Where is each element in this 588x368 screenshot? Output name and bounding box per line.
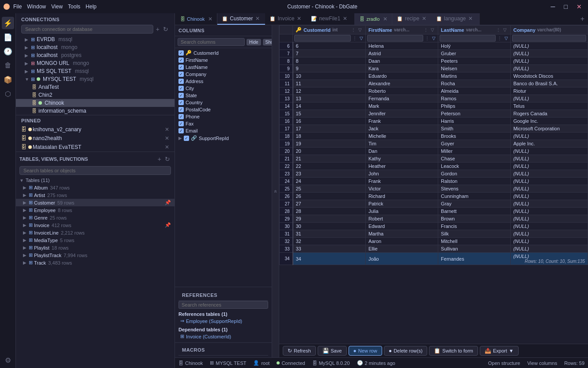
iconbar-settings[interactable]: ⚙ — [2, 356, 14, 368]
cell-firstname[interactable]: Tim — [365, 140, 438, 148]
cell-firstname[interactable]: Ellie — [365, 245, 438, 253]
col-check[interactable]: ✓ — [178, 107, 184, 112]
cell-customerid[interactable]: 31 — [293, 230, 366, 238]
cell-firstname[interactable]: Frank — [365, 118, 438, 125]
zradlo-tab-close[interactable]: ✕ — [382, 16, 388, 22]
cell-company[interactable]: (NULL) — [510, 208, 588, 215]
menu-view[interactable]: View — [51, 4, 63, 10]
col-sort-btn[interactable]: ⋮ — [350, 27, 357, 32]
iconbar-trash[interactable]: 🗑 — [2, 59, 14, 72]
tab-close-recipe[interactable]: ✕ — [421, 15, 427, 22]
cell-lastname[interactable]: Rocha — [438, 80, 511, 87]
table-row[interactable]: 34 34 João Fernandes (NULL)Rows: 10, Cou… — [280, 253, 588, 265]
tables-group[interactable]: ▼ Tables (11) — [16, 177, 175, 184]
table-row[interactable]: 30 30 Edward Francis (NULL) — [280, 223, 588, 230]
conn-localhost-mongo[interactable]: ▶ ⊞ localhost mongo — [16, 43, 175, 51]
cell-firstname[interactable]: Richard — [365, 193, 438, 200]
cell-lastname[interactable]: Stevens — [438, 185, 511, 193]
col-country[interactable]: ✓ Country — [175, 99, 272, 106]
conn-localhost-pg[interactable]: ▶ ⊞ localhost postgres — [16, 51, 175, 59]
cell-lastname[interactable]: Smith — [438, 125, 511, 133]
cell-firstname[interactable]: Dan — [365, 148, 438, 155]
pinned-item-3[interactable]: 🗄 Matasalan EvaTEST ✕ — [16, 143, 175, 152]
cell-firstname[interactable]: Mark — [365, 102, 438, 110]
filter-menu-lastname[interactable]: ⋮ — [497, 36, 503, 41]
cell-firstname[interactable]: Robert — [365, 215, 438, 223]
new-tab-button[interactable]: + — [577, 13, 588, 25]
cell-lastname[interactable]: Brooks — [438, 133, 511, 140]
col-filter-btn[interactable]: ▽ — [430, 27, 435, 32]
table-row[interactable]: 9 9 Kara Nielsen (NULL) — [280, 65, 588, 72]
cell-company[interactable]: (NULL) — [510, 163, 588, 170]
table-album[interactable]: ▶ ⊞ Album 347 rows — [16, 184, 175, 191]
cell-lastname[interactable]: Gray — [438, 200, 511, 208]
cell-customerid[interactable]: 30 — [293, 223, 366, 230]
col-check[interactable]: ✓ — [178, 100, 184, 105]
cell-customerid[interactable]: 11 — [293, 80, 366, 87]
pinned-close-2[interactable]: ✕ — [165, 135, 169, 141]
cell-lastname[interactable]: Francis — [438, 223, 511, 230]
table-row[interactable]: 18 18 Michelle Brooks (NULL) — [280, 133, 588, 140]
table-row[interactable]: 11 11 Alexandre Rocha Banco do Brasil S.… — [280, 80, 588, 87]
cell-lastname[interactable]: Gruber — [438, 50, 511, 57]
connections-add-button[interactable]: + — [155, 25, 160, 34]
col-address[interactable]: ✓ Address — [175, 78, 272, 85]
db-chinook[interactable]: 🗄 Chinook — [16, 99, 175, 107]
table-invoice[interactable]: ▶ ⊞ Invoice 412 rows 📌 — [16, 221, 175, 229]
table-row[interactable]: 21 21 Kathy Chase (NULL) — [280, 155, 588, 163]
cell-customerid[interactable]: 7 — [293, 50, 366, 57]
pinned-item-1[interactable]: 🗄 knihovna_v2_canary ✕ — [16, 125, 175, 134]
col-check[interactable]: ✓ — [178, 50, 184, 56]
menu-window[interactable]: Window — [27, 4, 46, 10]
cell-customerid[interactable]: 32 — [293, 238, 366, 245]
cell-company[interactable]: Riotur — [510, 87, 588, 95]
new-row-button[interactable]: ● New row — [349, 346, 382, 356]
table-playlist[interactable]: ▶ ⊞ Playlist 18 rows — [16, 244, 175, 251]
save-button[interactable]: 💾 Save — [318, 346, 347, 356]
cell-lastname[interactable]: Brown — [438, 215, 511, 223]
cell-customerid[interactable]: 21 — [293, 155, 366, 163]
cell-firstname[interactable]: John — [365, 170, 438, 178]
cell-customerid[interactable]: 23 — [293, 170, 366, 178]
close-button[interactable]: ✕ — [574, 2, 584, 11]
tab-invoice[interactable]: 📋 Invoice ✕ — [265, 13, 307, 25]
chinook-tab-close[interactable]: ✕ — [207, 16, 213, 22]
cell-firstname[interactable]: Edward — [365, 223, 438, 230]
cell-lastname[interactable]: Gordon — [438, 170, 511, 178]
col-check[interactable]: ✓ — [178, 93, 184, 98]
col-check[interactable]: ✓ — [178, 64, 184, 70]
filter-input-customerid[interactable] — [294, 35, 351, 42]
cell-customerid[interactable]: 8 — [293, 57, 366, 65]
cell-lastname[interactable]: Martins — [438, 72, 511, 80]
dep-invoice-link[interactable]: ⊞ Invoice (CustomerId) — [178, 333, 268, 340]
switch-form-button[interactable]: 📋 Switch to form — [429, 346, 478, 356]
references-search-input[interactable] — [178, 301, 268, 309]
table-row[interactable]: 6 6 Helena Holý (NULL) — [280, 42, 588, 50]
filter-menu-firstname[interactable]: ⋮ — [424, 36, 430, 41]
cell-firstname[interactable]: Eduardo — [365, 72, 438, 80]
cell-firstname[interactable]: Helena — [365, 42, 438, 50]
table-row[interactable]: 14 14 Mark Philips Telus — [280, 102, 588, 110]
col-firstname[interactable]: ✓ FirstName — [175, 57, 272, 64]
refresh-button[interactable]: ↻ Refresh — [283, 346, 316, 356]
cell-company[interactable]: (NULL) — [510, 215, 588, 223]
table-row[interactable]: 29 29 Robert Brown (NULL) — [280, 215, 588, 223]
cell-lastname[interactable]: Goyer — [438, 140, 511, 148]
cell-firstname[interactable]: Patrick — [365, 200, 438, 208]
cell-lastname[interactable]: Fernandes — [438, 253, 511, 265]
col-check[interactable]: ✓ — [178, 57, 184, 63]
cell-customerid[interactable]: 34 — [293, 253, 366, 265]
cell-lastname[interactable]: Miller — [438, 148, 511, 155]
cell-company[interactable]: Microsoft Corporation — [510, 125, 588, 133]
col-check[interactable]: ✓ — [178, 121, 184, 126]
conn-mongo-url[interactable]: ▶ ⊞ MONGO URL mongo — [16, 59, 175, 67]
cell-company[interactable]: (NULL) — [510, 178, 588, 185]
cell-customerid[interactable]: 22 — [293, 163, 366, 170]
col-email[interactable]: ✓ Email — [175, 127, 272, 134]
filter-input-company[interactable] — [512, 35, 586, 42]
cell-lastname[interactable]: Mitchell — [438, 238, 511, 245]
cell-firstname[interactable]: Kara — [365, 65, 438, 72]
tab-customer[interactable]: 📋 Customer ✕ — [217, 13, 265, 25]
menu-file[interactable]: File — [13, 4, 22, 10]
pinned-close-1[interactable]: ✕ — [165, 126, 169, 133]
